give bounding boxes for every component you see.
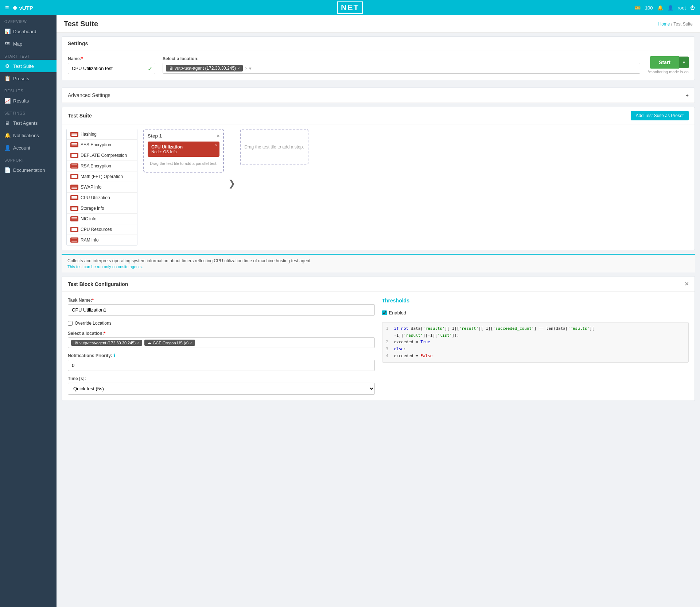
advanced-settings-header[interactable]: Advanced Settings + [62, 88, 695, 103]
test-list-item-aes[interactable]: AES Encryption [67, 140, 137, 150]
sidebar-icon-presets: 📋 [4, 76, 10, 81]
breadcrumb-home-link[interactable]: Home [658, 22, 670, 27]
test-label-aes: AES Encryption [81, 142, 111, 147]
tile-close-icon[interactable]: × [215, 143, 217, 147]
sidebar-item-test-agents[interactable]: 🖥Test Agents [0, 117, 57, 129]
topnav-center: NET [337, 1, 363, 14]
loc-tag-1-close[interactable]: × [137, 341, 139, 345]
test-list-item-hashing[interactable]: Hashing [67, 129, 137, 140]
test-label-cpu-util: CPU Utilization [81, 195, 110, 200]
location-select[interactable]: 🖥 vutp-test-agent (172.30.30.245) × × ▾ [163, 63, 640, 74]
test-icon-bars-ram [71, 239, 77, 241]
test-label-nic: NIC info [81, 216, 96, 221]
user-icon[interactable]: 👤 [668, 5, 673, 11]
notif-info-icon[interactable]: ℹ [113, 353, 115, 358]
notif-priority-input[interactable] [68, 360, 375, 371]
location-field-group: Select a location: 🖥 vutp-test-agent (17… [163, 56, 640, 74]
loc-tag-2-close[interactable]: × [190, 341, 192, 345]
test-icon-math [70, 174, 78, 179]
agent-tag-close-icon[interactable]: × [237, 66, 240, 70]
sidebar-item-account[interactable]: 👤Account [0, 142, 57, 154]
sidebar-label-map: Map [13, 41, 22, 47]
test-icon-hashing [70, 132, 78, 137]
settings-card-header: Settings [62, 37, 695, 50]
sidebar-label-results: Results [13, 98, 29, 104]
sidebar-label-presets: Presets [13, 76, 29, 81]
time-select[interactable]: Quick test (5s)Short test (30s)Medium te… [68, 383, 375, 395]
test-list-item-cpu-util[interactable]: CPU Utilization [67, 193, 137, 203]
override-locations-checkbox[interactable] [68, 321, 73, 326]
test-list-item-math[interactable]: Math (FFT) Operation [67, 171, 137, 182]
step1-close-icon[interactable]: × [217, 133, 220, 139]
breadcrumb: Home / Test Suite [658, 22, 693, 27]
start-button[interactable]: Start [650, 56, 679, 69]
enabled-checkbox[interactable] [382, 310, 387, 315]
topnav-right: 🎫 100 🔔 👤 root ⏻ [635, 5, 695, 11]
step1-label: Step 1 [148, 133, 162, 139]
override-locations-label: Override Locations [75, 321, 112, 326]
name-check-icon: ✓ [148, 65, 152, 72]
sidebar-item-documentation[interactable]: 📄Documentation [0, 164, 57, 176]
hamburger-menu-icon[interactable]: ≡ [5, 4, 9, 12]
test-list-item-storage[interactable]: Storage info [67, 203, 137, 214]
test-label-storage: Storage info [81, 206, 104, 211]
testsuite-card: Test Suite Add Test Suite as Preset Hash… [62, 107, 695, 250]
time-label: Time [s]: [68, 376, 375, 381]
monitoring-note: *monitoring mode is on [648, 70, 689, 74]
add-preset-button[interactable]: Add Test Suite as Preset [631, 111, 689, 120]
sidebar-section-start-test: START TEST [0, 50, 57, 60]
sidebar-icon-notifications: 🔔 [4, 132, 10, 138]
testsuite-label: Test Suite [68, 113, 92, 119]
test-list: Hashing AES Encryption DEFLATE Compressi… [66, 129, 137, 245]
tile-node: Node: OS Info [151, 150, 216, 154]
config-location-multi[interactable]: 🖥 vutp-test-agent (172.30.30.245) × ☁ GC… [68, 337, 375, 348]
task-name-input[interactable] [68, 304, 375, 316]
test-list-item-ram[interactable]: RAM info [67, 235, 137, 245]
sidebar-item-notifications[interactable]: 🔔Notifications [0, 129, 57, 142]
test-list-item-rsa[interactable]: RSA Encryption [67, 161, 137, 171]
sidebar-label-notifications: Notifications [13, 133, 39, 138]
sidebar-item-presets[interactable]: 📋Presets [0, 72, 57, 85]
start-dropdown-button[interactable]: ▾ [679, 57, 689, 68]
test-list-item-swap[interactable]: SWAP info [67, 182, 137, 193]
sidebar-icon-map: 🗺 [4, 41, 10, 47]
test-list-item-deflate[interactable]: DEFLATE Compression [67, 150, 137, 161]
name-input[interactable] [68, 63, 155, 74]
sidebar-icon-results: 📈 [4, 98, 10, 104]
tile-name: CPU Utilization [151, 144, 216, 150]
test-icon-deflate [70, 153, 78, 158]
test-icon-bars-hashing [71, 133, 77, 136]
notification-icon[interactable]: 🔔 [657, 5, 663, 11]
test-icon-swap [70, 185, 78, 190]
loc-tag-1: 🖥 vutp-test-agent (172.30.30.245) × [71, 340, 142, 346]
dropdown-icon[interactable]: ▾ [249, 66, 252, 71]
test-icon-cpu-res [70, 227, 78, 232]
advanced-expand-icon[interactable]: + [686, 92, 689, 98]
sidebar-item-results[interactable]: 📈Results [0, 94, 57, 107]
topnav-left: ≡ ◈ vUTP [5, 4, 33, 12]
test-label-deflate: DEFLATE Compression [81, 153, 127, 158]
sidebar-item-dashboard[interactable]: 📊Dashboard [0, 25, 57, 38]
sidebar-icon-dashboard: 📊 [4, 28, 10, 34]
step-arrow: ❯ [228, 178, 236, 189]
test-list-item-cpu-res[interactable]: CPU Resources [67, 224, 137, 235]
sidebar-item-test-suite[interactable]: ⚙Test Suite [0, 60, 57, 72]
loc-tag-2-text: GCE Oregon US (a) [153, 341, 188, 345]
cpu-util-tile[interactable]: × CPU Utilization Node: OS Info [148, 142, 219, 157]
page-title: Test Suite [64, 20, 98, 28]
clear-location-icon[interactable]: × [245, 66, 248, 71]
location-controls[interactable]: × ▾ [245, 66, 252, 71]
test-list-item-nic[interactable]: NIC info [67, 214, 137, 224]
test-label-ram: RAM info [81, 237, 98, 243]
main-content: Test Suite Home / Test Suite Settings Na… [57, 15, 700, 607]
ticket-icon[interactable]: 🎫 [635, 5, 641, 11]
test-icon-bars-aes [71, 143, 77, 146]
code-line-3: 3 else: [386, 346, 685, 353]
sidebar-item-map[interactable]: 🗺Map [0, 38, 57, 50]
power-icon[interactable]: ⏻ [690, 5, 695, 11]
test-label-swap: SWAP info [81, 185, 101, 190]
config-right: Thresholds Enabled 1 if not data['result… [382, 298, 689, 395]
config-location-group: Select a location:* 🖥 vutp-test-agent (1… [68, 331, 375, 348]
config-close-icon[interactable]: × [685, 280, 689, 288]
sidebar: OVERVIEW📊Dashboard🗺MapSTART TEST⚙Test Su… [0, 15, 57, 607]
